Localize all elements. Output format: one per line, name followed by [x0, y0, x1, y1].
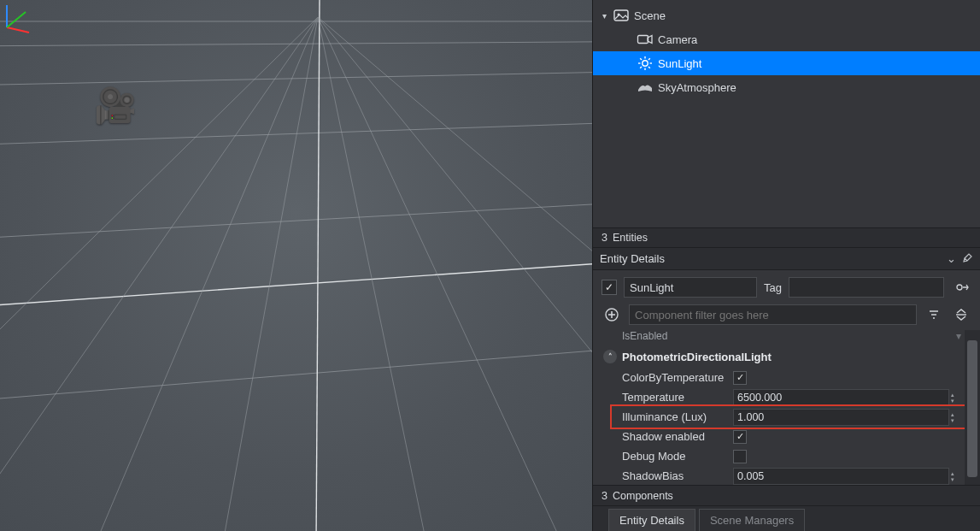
prop-illuminance: Illuminance (Lux) ▴▾	[622, 407, 961, 427]
components-word: Components	[613, 490, 673, 502]
pin-icon[interactable]	[963, 252, 973, 265]
prop-color-by-temperature: ColorByTemperature ✓	[622, 368, 961, 387]
right-panel: ▾ Scene Camera	[592, 0, 980, 531]
svg-line-18	[7, 12, 26, 27]
scrollbar-thumb[interactable]	[967, 340, 977, 477]
spinner-icon[interactable]: ▴▾	[949, 411, 961, 423]
component-properties: IsEnabled ▾ ˄ PhotometricDirectionalLigh…	[593, 330, 980, 485]
illuminance-input[interactable]	[733, 409, 949, 426]
entity-details-header: Entity Details ⌄	[593, 248, 980, 270]
entities-word: Entities	[613, 232, 648, 244]
entity-name-row: ✓ Tag	[593, 270, 980, 303]
hierarchy-root-label: Scene	[634, 9, 666, 22]
components-status: 3 Components	[593, 485, 980, 505]
axis-gizmo	[0, 0, 592, 531]
tag-input[interactable]	[789, 277, 944, 298]
tab-scene-managers[interactable]: Scene Managers	[699, 509, 805, 531]
component-filter-input[interactable]	[629, 304, 917, 325]
hierarchy-item-label: SunLight	[658, 57, 701, 70]
add-component-button[interactable]	[601, 304, 622, 325]
bottom-tabs: Entity Details Scene Managers	[593, 505, 980, 531]
entity-name-input[interactable]	[624, 277, 757, 298]
hierarchy-root-scene[interactable]: ▾ Scene	[593, 3, 980, 27]
sort-icon[interactable]	[924, 304, 944, 325]
entity-enabled-checkbox[interactable]: ✓	[601, 280, 617, 295]
component-header[interactable]: ˄ PhotometricDirectionalLight	[603, 345, 961, 368]
truncated-row-isenabled: IsEnabled ▾	[603, 330, 961, 344]
svg-line-28	[648, 67, 650, 68]
svg-line-27	[640, 58, 642, 60]
hierarchy-status: 3 Entities	[593, 227, 980, 248]
prop-shadow-enabled: Shadow enabled ✓	[622, 427, 961, 446]
hierarchy-item-label: Camera	[658, 33, 697, 46]
caret-down-icon[interactable]: ▾	[600, 11, 608, 21]
svg-line-17	[7, 27, 29, 32]
scene-icon	[613, 8, 629, 23]
shadow-bias-input[interactable]	[733, 468, 949, 485]
chevron-up-icon[interactable]: ˄	[603, 350, 617, 363]
prop-temperature: Temperature ▴▾	[622, 387, 961, 407]
properties-scrollbar[interactable]	[965, 330, 980, 485]
chevron-down-icon[interactable]: ⌄	[947, 252, 956, 265]
svg-rect-21	[638, 36, 648, 44]
components-count: 3	[601, 490, 607, 502]
locate-entity-icon[interactable]	[951, 277, 971, 298]
component-name: PhotometricDirectionalLight	[622, 351, 772, 363]
hierarchy-item-sunlight[interactable]: SunLight	[593, 51, 980, 75]
spinner-icon[interactable]: ▴▾	[949, 392, 961, 404]
prop-debug-mode: Debug Mode	[622, 446, 961, 466]
viewport-3d[interactable]: 🎥	[0, 0, 592, 531]
entity-details-title: Entity Details	[600, 252, 665, 265]
svg-point-31	[957, 285, 962, 290]
entities-count: 3	[601, 232, 607, 244]
component-filter-row	[593, 303, 980, 330]
camera-icon	[637, 32, 653, 47]
sun-icon	[637, 56, 653, 71]
color-by-temperature-checkbox[interactable]: ✓	[733, 371, 747, 385]
hierarchy-item-label: SkyAtmosphere	[658, 81, 736, 94]
sky-icon	[637, 80, 653, 95]
svg-line-29	[648, 58, 650, 60]
spinner-icon[interactable]: ▴▾	[949, 470, 961, 482]
collapse-all-icon[interactable]	[951, 304, 971, 325]
hierarchy-item-camera[interactable]: Camera	[593, 27, 980, 51]
svg-line-30	[640, 67, 642, 68]
svg-point-22	[643, 61, 648, 66]
tag-label: Tag	[764, 281, 782, 294]
prop-shadow-bias: ShadowBias ▴▾	[622, 466, 961, 485]
hierarchy-item-skyatmosphere[interactable]: SkyAtmosphere	[593, 75, 980, 99]
debug-mode-checkbox[interactable]	[733, 450, 747, 463]
tab-entity-details[interactable]: Entity Details	[608, 509, 695, 531]
shadow-enabled-checkbox[interactable]: ✓	[733, 430, 747, 444]
scene-hierarchy[interactable]: ▾ Scene Camera	[593, 0, 980, 227]
temperature-input[interactable]	[733, 389, 949, 406]
